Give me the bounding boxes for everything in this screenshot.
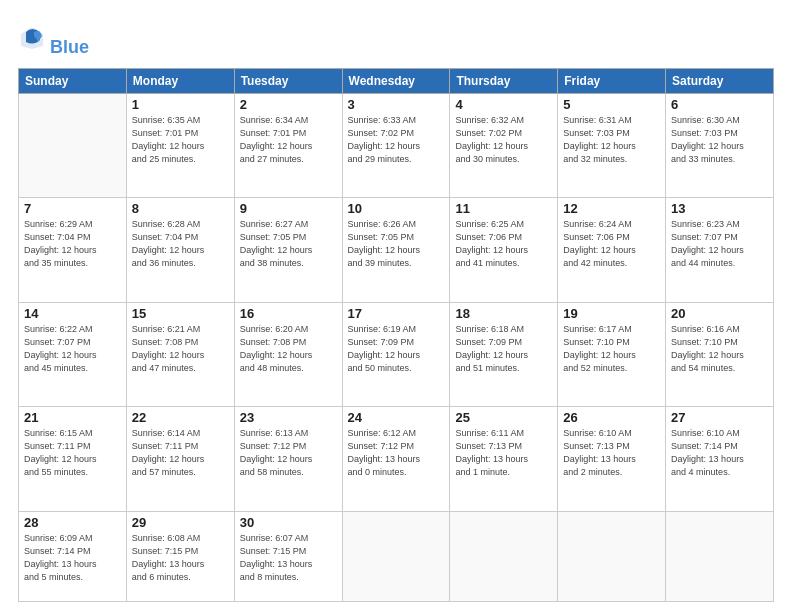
day-number: 8 bbox=[132, 201, 229, 216]
day-number: 18 bbox=[455, 306, 552, 321]
calendar-cell: 1Sunrise: 6:35 AMSunset: 7:01 PMDaylight… bbox=[126, 93, 234, 197]
calendar-cell: 14Sunrise: 6:22 AMSunset: 7:07 PMDayligh… bbox=[19, 302, 127, 406]
logo: Blue bbox=[18, 18, 89, 58]
day-info: Sunrise: 6:33 AMSunset: 7:02 PMDaylight:… bbox=[348, 114, 445, 166]
day-info: Sunrise: 6:21 AMSunset: 7:08 PMDaylight:… bbox=[132, 323, 229, 375]
day-info: Sunrise: 6:10 AMSunset: 7:13 PMDaylight:… bbox=[563, 427, 660, 479]
calendar-cell: 27Sunrise: 6:10 AMSunset: 7:14 PMDayligh… bbox=[666, 407, 774, 511]
day-info: Sunrise: 6:12 AMSunset: 7:12 PMDaylight:… bbox=[348, 427, 445, 479]
day-number: 5 bbox=[563, 97, 660, 112]
day-number: 16 bbox=[240, 306, 337, 321]
calendar-cell: 19Sunrise: 6:17 AMSunset: 7:10 PMDayligh… bbox=[558, 302, 666, 406]
calendar-cell: 11Sunrise: 6:25 AMSunset: 7:06 PMDayligh… bbox=[450, 198, 558, 302]
weekday-header-monday: Monday bbox=[126, 68, 234, 93]
calendar-week-2: 7Sunrise: 6:29 AMSunset: 7:04 PMDaylight… bbox=[19, 198, 774, 302]
calendar-cell bbox=[19, 93, 127, 197]
calendar-cell: 16Sunrise: 6:20 AMSunset: 7:08 PMDayligh… bbox=[234, 302, 342, 406]
weekday-header-row: SundayMondayTuesdayWednesdayThursdayFrid… bbox=[19, 68, 774, 93]
day-number: 25 bbox=[455, 410, 552, 425]
day-number: 11 bbox=[455, 201, 552, 216]
day-number: 10 bbox=[348, 201, 445, 216]
day-number: 24 bbox=[348, 410, 445, 425]
weekday-header-wednesday: Wednesday bbox=[342, 68, 450, 93]
logo-blue: Blue bbox=[50, 37, 89, 57]
day-info: Sunrise: 6:22 AMSunset: 7:07 PMDaylight:… bbox=[24, 323, 121, 375]
day-number: 20 bbox=[671, 306, 768, 321]
calendar-cell: 24Sunrise: 6:12 AMSunset: 7:12 PMDayligh… bbox=[342, 407, 450, 511]
day-number: 9 bbox=[240, 201, 337, 216]
day-info: Sunrise: 6:32 AMSunset: 7:02 PMDaylight:… bbox=[455, 114, 552, 166]
day-info: Sunrise: 6:14 AMSunset: 7:11 PMDaylight:… bbox=[132, 427, 229, 479]
calendar-cell: 12Sunrise: 6:24 AMSunset: 7:06 PMDayligh… bbox=[558, 198, 666, 302]
day-info: Sunrise: 6:16 AMSunset: 7:10 PMDaylight:… bbox=[671, 323, 768, 375]
day-info: Sunrise: 6:23 AMSunset: 7:07 PMDaylight:… bbox=[671, 218, 768, 270]
day-info: Sunrise: 6:24 AMSunset: 7:06 PMDaylight:… bbox=[563, 218, 660, 270]
weekday-header-thursday: Thursday bbox=[450, 68, 558, 93]
day-info: Sunrise: 6:08 AMSunset: 7:15 PMDaylight:… bbox=[132, 532, 229, 584]
calendar-cell: 3Sunrise: 6:33 AMSunset: 7:02 PMDaylight… bbox=[342, 93, 450, 197]
day-info: Sunrise: 6:30 AMSunset: 7:03 PMDaylight:… bbox=[671, 114, 768, 166]
day-number: 7 bbox=[24, 201, 121, 216]
calendar-cell: 21Sunrise: 6:15 AMSunset: 7:11 PMDayligh… bbox=[19, 407, 127, 511]
day-number: 19 bbox=[563, 306, 660, 321]
day-number: 4 bbox=[455, 97, 552, 112]
day-number: 22 bbox=[132, 410, 229, 425]
calendar-cell: 10Sunrise: 6:26 AMSunset: 7:05 PMDayligh… bbox=[342, 198, 450, 302]
day-info: Sunrise: 6:19 AMSunset: 7:09 PMDaylight:… bbox=[348, 323, 445, 375]
calendar-cell: 15Sunrise: 6:21 AMSunset: 7:08 PMDayligh… bbox=[126, 302, 234, 406]
calendar-cell: 5Sunrise: 6:31 AMSunset: 7:03 PMDaylight… bbox=[558, 93, 666, 197]
calendar-cell: 4Sunrise: 6:32 AMSunset: 7:02 PMDaylight… bbox=[450, 93, 558, 197]
calendar-cell: 9Sunrise: 6:27 AMSunset: 7:05 PMDaylight… bbox=[234, 198, 342, 302]
calendar-cell bbox=[450, 511, 558, 601]
day-number: 13 bbox=[671, 201, 768, 216]
calendar-week-5: 28Sunrise: 6:09 AMSunset: 7:14 PMDayligh… bbox=[19, 511, 774, 601]
calendar-cell: 23Sunrise: 6:13 AMSunset: 7:12 PMDayligh… bbox=[234, 407, 342, 511]
weekday-header-sunday: Sunday bbox=[19, 68, 127, 93]
calendar-cell bbox=[342, 511, 450, 601]
calendar-week-1: 1Sunrise: 6:35 AMSunset: 7:01 PMDaylight… bbox=[19, 93, 774, 197]
day-number: 14 bbox=[24, 306, 121, 321]
day-number: 27 bbox=[671, 410, 768, 425]
calendar-cell: 22Sunrise: 6:14 AMSunset: 7:11 PMDayligh… bbox=[126, 407, 234, 511]
calendar-cell: 18Sunrise: 6:18 AMSunset: 7:09 PMDayligh… bbox=[450, 302, 558, 406]
calendar-cell: 2Sunrise: 6:34 AMSunset: 7:01 PMDaylight… bbox=[234, 93, 342, 197]
weekday-header-tuesday: Tuesday bbox=[234, 68, 342, 93]
calendar-cell: 30Sunrise: 6:07 AMSunset: 7:15 PMDayligh… bbox=[234, 511, 342, 601]
day-info: Sunrise: 6:09 AMSunset: 7:14 PMDaylight:… bbox=[24, 532, 121, 584]
day-number: 28 bbox=[24, 515, 121, 530]
calendar-cell: 6Sunrise: 6:30 AMSunset: 7:03 PMDaylight… bbox=[666, 93, 774, 197]
calendar-cell: 17Sunrise: 6:19 AMSunset: 7:09 PMDayligh… bbox=[342, 302, 450, 406]
day-info: Sunrise: 6:35 AMSunset: 7:01 PMDaylight:… bbox=[132, 114, 229, 166]
calendar-week-4: 21Sunrise: 6:15 AMSunset: 7:11 PMDayligh… bbox=[19, 407, 774, 511]
header: Blue bbox=[18, 18, 774, 58]
day-number: 23 bbox=[240, 410, 337, 425]
calendar-cell: 8Sunrise: 6:28 AMSunset: 7:04 PMDaylight… bbox=[126, 198, 234, 302]
calendar-cell: 20Sunrise: 6:16 AMSunset: 7:10 PMDayligh… bbox=[666, 302, 774, 406]
day-info: Sunrise: 6:25 AMSunset: 7:06 PMDaylight:… bbox=[455, 218, 552, 270]
calendar-cell bbox=[666, 511, 774, 601]
weekday-header-friday: Friday bbox=[558, 68, 666, 93]
calendar-cell: 13Sunrise: 6:23 AMSunset: 7:07 PMDayligh… bbox=[666, 198, 774, 302]
calendar-table: SundayMondayTuesdayWednesdayThursdayFrid… bbox=[18, 68, 774, 602]
day-info: Sunrise: 6:11 AMSunset: 7:13 PMDaylight:… bbox=[455, 427, 552, 479]
day-number: 17 bbox=[348, 306, 445, 321]
day-info: Sunrise: 6:27 AMSunset: 7:05 PMDaylight:… bbox=[240, 218, 337, 270]
day-number: 2 bbox=[240, 97, 337, 112]
day-info: Sunrise: 6:28 AMSunset: 7:04 PMDaylight:… bbox=[132, 218, 229, 270]
calendar-week-3: 14Sunrise: 6:22 AMSunset: 7:07 PMDayligh… bbox=[19, 302, 774, 406]
main-container: Blue SundayMondayTuesdayWednesdayThursda… bbox=[0, 0, 792, 612]
calendar-cell: 25Sunrise: 6:11 AMSunset: 7:13 PMDayligh… bbox=[450, 407, 558, 511]
day-number: 26 bbox=[563, 410, 660, 425]
day-info: Sunrise: 6:07 AMSunset: 7:15 PMDaylight:… bbox=[240, 532, 337, 584]
calendar-cell bbox=[558, 511, 666, 601]
day-info: Sunrise: 6:13 AMSunset: 7:12 PMDaylight:… bbox=[240, 427, 337, 479]
day-number: 12 bbox=[563, 201, 660, 216]
day-number: 3 bbox=[348, 97, 445, 112]
weekday-header-saturday: Saturday bbox=[666, 68, 774, 93]
day-number: 29 bbox=[132, 515, 229, 530]
logo-icon bbox=[18, 24, 46, 52]
day-info: Sunrise: 6:18 AMSunset: 7:09 PMDaylight:… bbox=[455, 323, 552, 375]
calendar-cell: 26Sunrise: 6:10 AMSunset: 7:13 PMDayligh… bbox=[558, 407, 666, 511]
calendar-cell: 29Sunrise: 6:08 AMSunset: 7:15 PMDayligh… bbox=[126, 511, 234, 601]
day-info: Sunrise: 6:29 AMSunset: 7:04 PMDaylight:… bbox=[24, 218, 121, 270]
